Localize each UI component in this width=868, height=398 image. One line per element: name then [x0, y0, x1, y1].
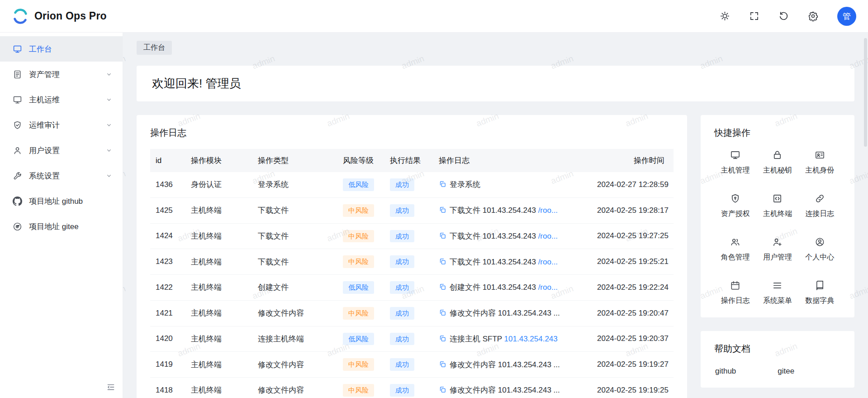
- cell-module: 身份认证: [185, 172, 252, 197]
- copy-icon[interactable]: [439, 232, 446, 240]
- quick-action-label: 主机身份: [799, 166, 841, 175]
- sidebar-item-asset-management[interactable]: 资产管理: [0, 62, 123, 87]
- table-header-row: id 操作模块 操作类型 风险等级 执行结果 操作日志 操作时间: [150, 149, 674, 172]
- copy-icon[interactable]: [439, 180, 446, 188]
- right-panel: 快捷操作 主机管理 主机秘钥 主机身份: [701, 115, 854, 388]
- sidebar-item-workbench[interactable]: 工作台: [0, 36, 123, 62]
- fullscreen-button[interactable]: [749, 11, 759, 21]
- sidebar-item-ops-audit[interactable]: 运维审计: [0, 112, 123, 138]
- sidebar-item-gitee[interactable]: 项目地址 gitee: [0, 214, 123, 239]
- sun-icon: [720, 11, 730, 21]
- help-docs-card: 帮助文档 github gitee: [701, 331, 854, 388]
- log-text: 修改文件内容 101.43.254.243 ...: [450, 386, 560, 394]
- log-text: 下载文件 101.43.254.243: [450, 232, 538, 240]
- quick-action-host-management[interactable]: 主机管理: [714, 150, 756, 175]
- main-content: adminadminadminadminadminadminadminadmin…: [123, 33, 868, 398]
- breadcrumb: 工作台: [137, 33, 854, 55]
- chevron-down-icon: [105, 96, 113, 103]
- settings-button[interactable]: [808, 11, 818, 21]
- quick-action-host-terminal[interactable]: 主机终端: [756, 193, 798, 219]
- quick-action-connection-log[interactable]: 连接日志: [799, 193, 841, 219]
- cell-result: 成功: [384, 197, 433, 223]
- quick-action-asset-grant[interactable]: 资产授权: [714, 193, 756, 219]
- risk-badge: 低风险: [343, 333, 374, 345]
- cell-id: 1422: [150, 275, 185, 301]
- help-link-gitee[interactable]: gitee: [778, 367, 794, 376]
- cell-log: 下载文件 101.43.254.243 /roo...: [433, 249, 592, 275]
- quick-action-data-dictionary[interactable]: 数据字典: [799, 280, 841, 306]
- log-link[interactable]: /roo...: [538, 206, 558, 215]
- sidebar-item-github[interactable]: 项目地址 github: [0, 188, 123, 214]
- breadcrumb-tab-workbench[interactable]: 工作台: [137, 41, 172, 55]
- log-link[interactable]: /roo...: [538, 258, 558, 266]
- sidebar-collapse-button[interactable]: [106, 383, 115, 392]
- quick-action-operation-log[interactable]: 操作日志: [714, 280, 756, 306]
- user-avatar[interactable]: 管: [837, 7, 856, 26]
- result-badge: 成功: [390, 204, 414, 217]
- users-icon: [730, 237, 740, 247]
- quick-action-role-management[interactable]: 角色管理: [714, 237, 756, 262]
- gitee-icon: [13, 222, 22, 231]
- refresh-icon: [778, 11, 789, 21]
- refresh-button[interactable]: [778, 11, 789, 21]
- result-badge: 成功: [390, 358, 414, 371]
- github-icon: [13, 197, 22, 206]
- cell-type: 连接主机终端: [252, 326, 337, 352]
- log-link[interactable]: /roo...: [538, 283, 558, 292]
- copy-icon[interactable]: [439, 206, 446, 214]
- log-link[interactable]: /roo...: [538, 232, 558, 240]
- log-link[interactable]: 101.43.254.243: [504, 335, 558, 343]
- sidebar-item-system-settings[interactable]: 系统设置: [0, 163, 123, 188]
- help-docs-title: 帮助文档: [714, 343, 841, 355]
- sidebar-item-user-settings[interactable]: 用户设置: [0, 138, 123, 163]
- gear-icon: [808, 11, 818, 21]
- theme-toggle-button[interactable]: [720, 11, 730, 21]
- user-add-icon: [772, 237, 783, 247]
- sidebar-item-label: 工作台: [29, 44, 52, 54]
- cell-module: 主机终端: [185, 249, 252, 275]
- quick-action-system-menu[interactable]: 系统菜单: [756, 280, 798, 306]
- quick-action-label: 角色管理: [714, 253, 756, 262]
- risk-badge: 中风险: [343, 204, 374, 217]
- cell-type: 下载文件: [252, 223, 337, 249]
- cell-result: 成功: [384, 378, 433, 398]
- sidebar-item-host-ops[interactable]: 主机运维: [0, 87, 123, 112]
- sidebar-item-label: 项目地址 github: [29, 196, 83, 206]
- brand[interactable]: Orion Ops Pro: [12, 8, 107, 25]
- watermark-text: admin: [123, 283, 127, 301]
- result-badge: 成功: [390, 307, 414, 320]
- copy-icon[interactable]: [439, 335, 446, 342]
- quick-action-label: 数据字典: [799, 296, 841, 306]
- help-links: github gitee: [714, 367, 841, 376]
- cell-log: 修改文件内容 101.43.254.243 ...: [433, 352, 592, 378]
- help-link-github[interactable]: github: [715, 367, 736, 376]
- watermark-text: admin: [123, 53, 127, 71]
- copy-icon[interactable]: [439, 386, 446, 393]
- quick-action-personal-center[interactable]: 个人中心: [799, 237, 841, 262]
- risk-badge: 中风险: [343, 384, 374, 397]
- terminal-icon: [772, 193, 783, 204]
- quick-actions-grid: 主机管理 主机秘钥 主机身份 资产授权: [714, 150, 841, 306]
- copy-icon[interactable]: [439, 258, 446, 265]
- cell-type: 下载文件: [252, 197, 337, 223]
- quick-action-user-management[interactable]: 用户管理: [756, 237, 798, 262]
- copy-icon[interactable]: [439, 309, 446, 316]
- column-header-log: 操作日志: [433, 149, 592, 172]
- cell-module: 主机终端: [185, 223, 252, 249]
- copy-icon[interactable]: [439, 283, 446, 291]
- cell-result: 成功: [384, 172, 433, 197]
- cell-risk: 中风险: [337, 197, 384, 223]
- scrollbar-thumb[interactable]: [864, 38, 867, 147]
- cell-type: 创建文件: [252, 275, 337, 301]
- sidebar-item-label: 运维审计: [29, 120, 60, 130]
- copy-icon[interactable]: [439, 360, 446, 368]
- quick-action-host-key[interactable]: 主机秘钥: [756, 150, 798, 175]
- cell-id: 1421: [150, 300, 185, 326]
- operation-log-card: 操作日志 id 操作模块 操作类型 风险等级 执行结果 操作日志: [137, 115, 687, 398]
- log-text: 登录系统: [450, 180, 480, 189]
- quick-action-host-identity[interactable]: 主机身份: [799, 150, 841, 175]
- cell-time: 2024-02-25 19:20:37: [592, 326, 674, 352]
- sidebar-item-label: 项目地址 gitee: [29, 221, 79, 232]
- user-circle-icon: [815, 237, 825, 247]
- monitor-icon: [730, 150, 740, 160]
